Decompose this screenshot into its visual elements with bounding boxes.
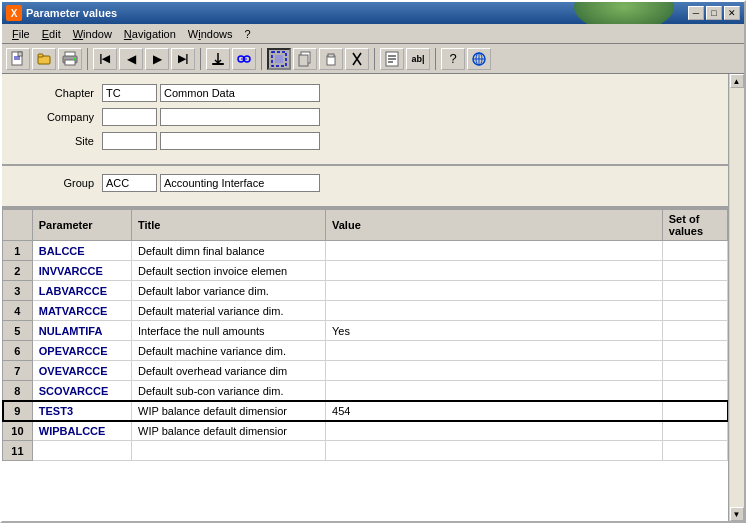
menu-window[interactable]: Window (67, 26, 118, 42)
row-title: Default labor variance dim. (132, 281, 326, 301)
sep3 (261, 48, 262, 70)
row-value[interactable] (326, 441, 663, 461)
table-row[interactable]: 4MATVARCCEDefault material variance dim. (3, 301, 728, 321)
chapter-row: Chapter (22, 84, 708, 102)
sep5 (435, 48, 436, 70)
menu-file[interactable]: File (6, 26, 36, 42)
row-title: Default material variance dim. (132, 301, 326, 321)
table-row[interactable]: 5NULAMTIFAInterface the null amountsYes (3, 321, 728, 341)
row-value[interactable] (326, 341, 663, 361)
row-value[interactable] (326, 301, 663, 321)
link-button[interactable] (232, 48, 256, 70)
row-value[interactable] (326, 421, 663, 441)
row-num: 1 (3, 241, 33, 261)
chapter-code-input[interactable] (102, 84, 157, 102)
select-mode-button[interactable] (267, 48, 291, 70)
play-button[interactable]: ▶ (145, 48, 169, 70)
table-row[interactable]: 2INVVARCCEDefault section invoice elemen (3, 261, 728, 281)
row-num: 3 (3, 281, 33, 301)
copy-button[interactable] (293, 48, 317, 70)
table-row[interactable]: 1BALCCEDefault dimn final balance (3, 241, 728, 261)
site-name-input[interactable] (160, 132, 320, 150)
row-set-values (662, 381, 727, 401)
last-record-button[interactable]: ▶| (171, 48, 195, 70)
row-value[interactable]: 454 (326, 401, 663, 421)
open-button[interactable] (32, 48, 56, 70)
print-button[interactable] (58, 48, 82, 70)
first-record-button[interactable]: |◀ (93, 48, 117, 70)
help-button[interactable]: ? (441, 48, 465, 70)
group-section: Group (2, 166, 728, 208)
row-value[interactable] (326, 281, 663, 301)
restore-button[interactable]: □ (706, 6, 722, 20)
row-set-values (662, 361, 727, 381)
row-value[interactable] (326, 361, 663, 381)
web-button[interactable] (467, 48, 491, 70)
menu-windows[interactable]: Windows (182, 26, 239, 42)
row-parameter: LABVARCCE (32, 281, 131, 301)
menu-edit[interactable]: Edit (36, 26, 67, 42)
svg-rect-17 (299, 55, 308, 66)
chapter-section: Chapter Company Site (2, 74, 728, 166)
table-row[interactable]: 9TEST3WIP balance default dimensior454 (3, 401, 728, 421)
company-code-input[interactable] (102, 108, 157, 126)
row-value[interactable] (326, 381, 663, 401)
scroll-down-button[interactable]: ▼ (730, 507, 744, 521)
menu-help[interactable]: ? (239, 26, 257, 42)
cut-button[interactable] (345, 48, 369, 70)
company-row: Company (22, 108, 708, 126)
vertical-scrollbar[interactable]: ▲ ▼ (728, 74, 744, 521)
table-row[interactable]: 11 (3, 441, 728, 461)
row-num: 9 (3, 401, 33, 421)
table-row[interactable]: 3LABVARCCEDefault labor variance dim. (3, 281, 728, 301)
chapter-name-input[interactable] (160, 84, 320, 102)
row-set-values (662, 281, 727, 301)
attach-button[interactable] (206, 48, 230, 70)
menu-bar: File Edit Window Navigation Windows ? (2, 24, 744, 44)
row-parameter: OPEVARCCE (32, 341, 131, 361)
site-code-input[interactable] (102, 132, 157, 150)
close-button[interactable]: ✕ (724, 6, 740, 20)
row-title: WIP balance default dimensior (132, 421, 326, 441)
row-set-values (662, 321, 727, 341)
row-title (132, 441, 326, 461)
col-header-parameter: Parameter (32, 210, 131, 241)
title-bar: X Parameter values ─ □ ✕ (2, 2, 744, 24)
table-row[interactable]: 10WIPBALCCEWIP balance default dimensior (3, 421, 728, 441)
row-value[interactable]: Yes (326, 321, 663, 341)
row-title: WIP balance default dimensior (132, 401, 326, 421)
row-set-values (662, 301, 727, 321)
col-header-num (3, 210, 33, 241)
table-row[interactable]: 8SCOVARCCEDefault sub-con variance dim. (3, 381, 728, 401)
group-code-input[interactable] (102, 174, 157, 192)
scroll-up-button[interactable]: ▲ (730, 74, 744, 88)
table-row[interactable]: 7OVEVARCCEDefault overhead variance dim (3, 361, 728, 381)
minimize-button[interactable]: ─ (688, 6, 704, 20)
row-value[interactable] (326, 241, 663, 261)
new-button[interactable] (6, 48, 30, 70)
main-window: X Parameter values ─ □ ✕ File Edit Windo… (0, 0, 746, 523)
row-title: Default machine variance dim. (132, 341, 326, 361)
svg-rect-1 (18, 52, 22, 56)
paste-button[interactable] (319, 48, 343, 70)
ab-button[interactable]: ab| (406, 48, 430, 70)
menu-navigation[interactable]: Navigation (118, 26, 182, 42)
document-button[interactable] (380, 48, 404, 70)
table-row[interactable]: 6OPEVARCCEDefault machine variance dim. (3, 341, 728, 361)
sep2 (200, 48, 201, 70)
row-num: 10 (3, 421, 33, 441)
row-num: 4 (3, 301, 33, 321)
prev-record-button[interactable]: ◀ (119, 48, 143, 70)
col-header-value: Value (326, 210, 663, 241)
svg-rect-5 (38, 54, 43, 57)
row-parameter: SCOVARCCE (32, 381, 131, 401)
row-value[interactable] (326, 261, 663, 281)
row-parameter: INVVARCCE (32, 261, 131, 281)
company-name-input[interactable] (160, 108, 320, 126)
row-num: 6 (3, 341, 33, 361)
group-name-input[interactable] (160, 174, 320, 192)
window-title: Parameter values (26, 7, 688, 19)
col-header-title: Title (132, 210, 326, 241)
window-controls: ─ □ ✕ (688, 6, 740, 20)
row-num: 2 (3, 261, 33, 281)
